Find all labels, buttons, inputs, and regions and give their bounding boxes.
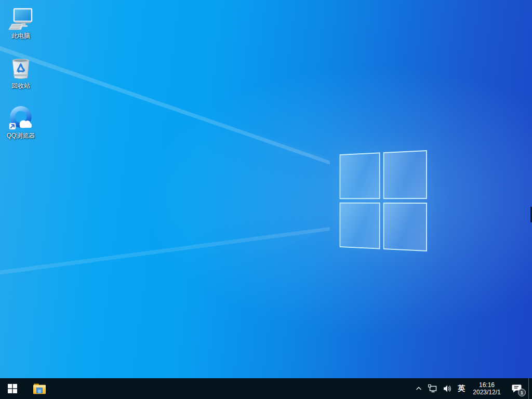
desktop-icon-qq-browser[interactable]: QQ浏览器: [2, 103, 39, 141]
clock-time: 16:16: [479, 381, 495, 389]
ethernet-monitor-icon: [428, 384, 437, 393]
action-center-button[interactable]: 1: [506, 378, 528, 399]
file-explorer-icon: [33, 383, 46, 394]
notification-count-badge: 1: [518, 389, 526, 396]
taskbar: 英 16:16 2023/12/1 1: [0, 378, 532, 399]
recycle-bin-icon: [8, 56, 33, 81]
windows-logo-pane: [340, 203, 380, 249]
qq-browser-icon: [8, 106, 33, 131]
desktop-icon-list: 此电脑: [2, 3, 39, 153]
volume-tray-button[interactable]: [440, 378, 455, 399]
show-desktop-button[interactable]: [528, 378, 532, 399]
clock-date: 2023/12/1: [473, 389, 500, 396]
taskbar-empty-area: [52, 378, 412, 399]
desktop-icon-recycle-bin[interactable]: 回收站: [2, 53, 39, 91]
windows-logo-pane: [383, 203, 427, 251]
system-tray: 英 16:16 2023/12/1 1: [412, 378, 532, 399]
desktop-icon-label: 回收站: [11, 82, 30, 89]
windows-flag-logo: [340, 150, 427, 251]
desktop-icon-label: QQ浏览器: [7, 132, 35, 139]
desktop-wallpaper: [0, 0, 532, 378]
show-hidden-icons-button[interactable]: [412, 378, 425, 399]
taskbar-file-explorer-button[interactable]: [27, 378, 52, 399]
network-tray-button[interactable]: [425, 378, 440, 399]
desktop-icon-label: 此电脑: [11, 32, 30, 39]
speaker-icon: [443, 384, 452, 393]
ime-language-indicator[interactable]: 英: [455, 378, 468, 399]
chevron-up-icon: [415, 385, 422, 392]
windows-logo-pane: [383, 150, 427, 199]
start-button[interactable]: [0, 378, 25, 399]
taskbar-clock[interactable]: 16:16 2023/12/1: [468, 378, 506, 399]
windows-logo-icon: [8, 384, 17, 393]
windows-desktop: 此电脑: [0, 0, 532, 399]
windows-logo-pane: [340, 152, 380, 199]
desktop-icon-this-pc[interactable]: 此电脑: [2, 3, 39, 42]
this-pc-icon: [8, 6, 33, 31]
